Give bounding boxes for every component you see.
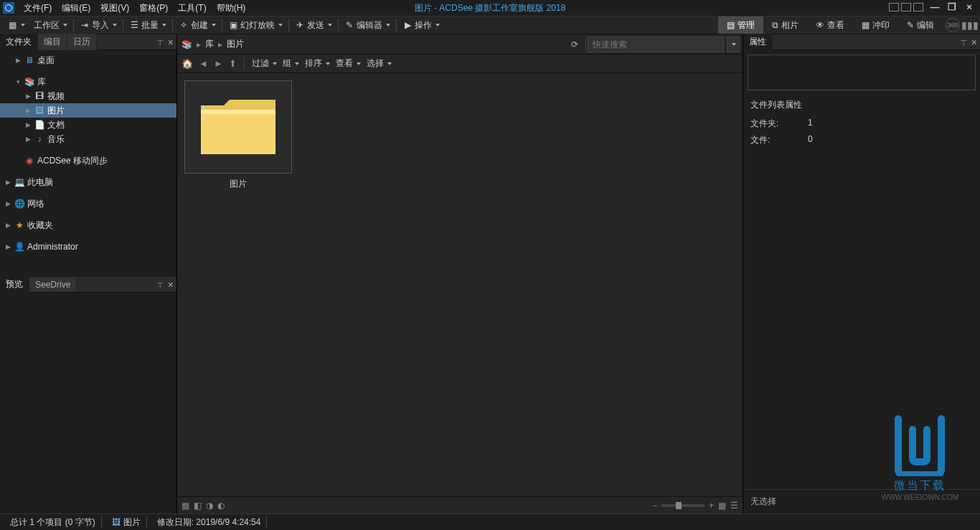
footer-icon[interactable]: ◑	[206, 501, 213, 511]
layout-icon[interactable]	[889, 3, 899, 11]
pin-icon[interactable]	[156, 280, 164, 290]
mode-develop[interactable]: ▦冲印	[853, 16, 898, 34]
crumb-root[interactable]: 库	[205, 38, 214, 50]
detail-view-icon[interactable]: ☰	[730, 501, 738, 511]
menu-help[interactable]: 帮助(H)	[212, 1, 251, 16]
thumb-view-icon[interactable]: ▦	[718, 501, 726, 511]
footer-icon[interactable]: ◧	[194, 501, 202, 511]
selection-preview	[748, 55, 976, 90]
365-icon[interactable]: 365	[946, 18, 960, 32]
tab-catalog[interactable]: 编目	[38, 34, 67, 50]
menu-view[interactable]: 视图(V)	[95, 1, 134, 16]
slideshow-button[interactable]: ▣幻灯放映	[224, 18, 287, 33]
preview-pane	[0, 293, 176, 514]
tree-libraries[interactable]: ▾📚库	[0, 75, 176, 89]
zoom-out-icon[interactable]: −	[652, 501, 657, 511]
close-icon[interactable]	[168, 279, 174, 290]
tree-favorites[interactable]: ▶★收藏夹	[0, 218, 176, 232]
mode-photo[interactable]: ⧉相片	[763, 16, 807, 34]
window-title: 图片 - ACDSee 摄影工作室旗舰版 2018	[415, 2, 566, 14]
tree-sync[interactable]: ◉ACDSee 移动同步	[0, 153, 176, 168]
app-icon	[3, 2, 14, 14]
menu-file[interactable]: 文件(F)	[19, 1, 57, 16]
right-tabs: 属性	[743, 34, 980, 50]
refresh-icon[interactable]: ⟳	[571, 39, 578, 49]
center-panel: 📚 ▸ 库 ▸ 图片 ⟳ 🏠 ◄ ► ⬆ 过滤 组 排序 查看 选择	[177, 34, 743, 514]
window-controls: — ❐ ×	[889, 1, 976, 12]
tree-admin[interactable]: ▶👤Administrator	[0, 240, 176, 254]
status-bar: 总计 1 个项目 (0 字节) 🖼图片 修改日期: 2019/6/9 4:24:…	[0, 514, 980, 530]
sort-button[interactable]: 排序	[305, 57, 330, 70]
up-icon[interactable]: ⬆	[229, 58, 237, 69]
mode-view[interactable]: 👁查看	[807, 16, 853, 34]
tree-thispc[interactable]: ▶💻此电脑	[0, 175, 176, 189]
mode-edit[interactable]: ✎编辑	[898, 16, 943, 34]
layout-icon[interactable]	[913, 3, 923, 11]
tree-music[interactable]: ▶♪音乐	[0, 132, 176, 146]
prop-files: 文件:0	[743, 132, 980, 148]
maximize-button[interactable]: ❐	[946, 1, 958, 12]
create-button[interactable]: ✧创建	[174, 18, 220, 33]
footer-icon[interactable]: ▦	[182, 501, 189, 511]
zoom-in-icon[interactable]: +	[709, 501, 714, 511]
pin-icon[interactable]	[960, 37, 967, 47]
action-button[interactable]: ▶操作	[398, 18, 444, 33]
workspace-button[interactable]: 工作区	[29, 18, 72, 33]
batch-button[interactable]: ☰批量	[125, 18, 171, 33]
folder-thumb[interactable]: 图片	[184, 80, 292, 194]
send-button[interactable]: ✈发送	[291, 18, 336, 33]
footer-icon[interactable]: ◐	[217, 501, 225, 511]
folder-icon	[195, 91, 281, 163]
select-button[interactable]: 选择	[367, 57, 392, 70]
search-dropdown[interactable]	[727, 37, 740, 52]
tab-calendar[interactable]: 日历	[67, 34, 97, 50]
pin-icon[interactable]	[156, 37, 164, 47]
view-button[interactable]: 查看	[336, 57, 361, 70]
left-tabs: 文件夹 编目 日历	[0, 34, 176, 50]
forward-icon[interactable]: ►	[214, 58, 223, 69]
library-icon: 📚	[182, 39, 192, 49]
layout-icon[interactable]	[901, 3, 911, 11]
tree-videos[interactable]: ▶🎞视频	[0, 89, 176, 103]
toggle-pane-icon[interactable]: ▦	[3, 19, 29, 32]
search-input[interactable]	[588, 37, 724, 52]
bottom-tabs: 预览 SeeDrive	[0, 277, 176, 293]
tab-seedrive[interactable]: SeeDrive	[29, 278, 77, 292]
minimize-button[interactable]: —	[928, 1, 941, 12]
home-icon[interactable]: 🏠	[182, 58, 193, 69]
menu-panes[interactable]: 窗格(P)	[134, 1, 173, 16]
mode-manage[interactable]: ▤管理	[718, 16, 763, 34]
tree-pictures[interactable]: ▶🖼图片	[0, 103, 176, 118]
crumb-current[interactable]: 图片	[227, 38, 244, 50]
import-button[interactable]: ⇥导入	[75, 18, 121, 33]
watermark: 微当下载 WWW.WEIDOWN.COM	[882, 412, 958, 501]
filter-button[interactable]: 过滤	[252, 57, 277, 70]
tree-desktop[interactable]: ▶🖥桌面	[0, 53, 176, 67]
file-list[interactable]: 图片	[177, 73, 743, 496]
tree-network[interactable]: ▶🌐网络	[0, 197, 176, 211]
prop-folders: 文件夹:1	[743, 115, 980, 132]
zoom-slider[interactable]	[661, 504, 705, 507]
tab-properties[interactable]: 属性	[743, 34, 773, 50]
mode-tabs: ▤管理 ⧉相片 👁查看 ▦冲印 ✎编辑 365 ▮▮▮	[718, 16, 977, 34]
group-button[interactable]: 组	[283, 57, 299, 70]
status-location: 🖼图片	[106, 516, 147, 529]
status-items: 总计 1 个项目 (0 字节)	[4, 516, 102, 529]
dashboard-icon[interactable]: ▮▮▮	[963, 18, 977, 32]
folder-tree: ▶🖥桌面 ▾📚库 ▶🎞视频 ▶🖼图片 ▶📄文档 ▶♪音乐 ◉ACDSee 移动同…	[0, 50, 176, 277]
close-icon[interactable]	[971, 37, 977, 48]
menubar: 文件(F) 编辑(E) 视图(V) 窗格(P) 工具(T) 帮助(H) 图片 -…	[0, 0, 980, 16]
close-button[interactable]: ×	[963, 1, 976, 12]
menu-tools[interactable]: 工具(T)	[173, 1, 211, 16]
tree-documents[interactable]: ▶📄文档	[0, 118, 176, 132]
back-icon[interactable]: ◄	[199, 58, 208, 69]
file-footer: ▦ ◧ ◑ ◐ − + ▦ ☰	[177, 496, 743, 514]
breadcrumb[interactable]: 📚 ▸ 库 ▸ 图片	[177, 38, 571, 50]
prop-section-title: 文件列表属性	[743, 95, 980, 115]
tab-preview[interactable]: 预览	[0, 276, 29, 293]
menu-edit[interactable]: 编辑(E)	[57, 1, 95, 16]
editor-button[interactable]: ✎编辑器	[340, 18, 395, 33]
tab-folders[interactable]: 文件夹	[0, 34, 38, 50]
close-icon[interactable]	[168, 37, 174, 48]
status-modified: 修改日期: 2019/6/9 4:24:54	[151, 516, 268, 529]
